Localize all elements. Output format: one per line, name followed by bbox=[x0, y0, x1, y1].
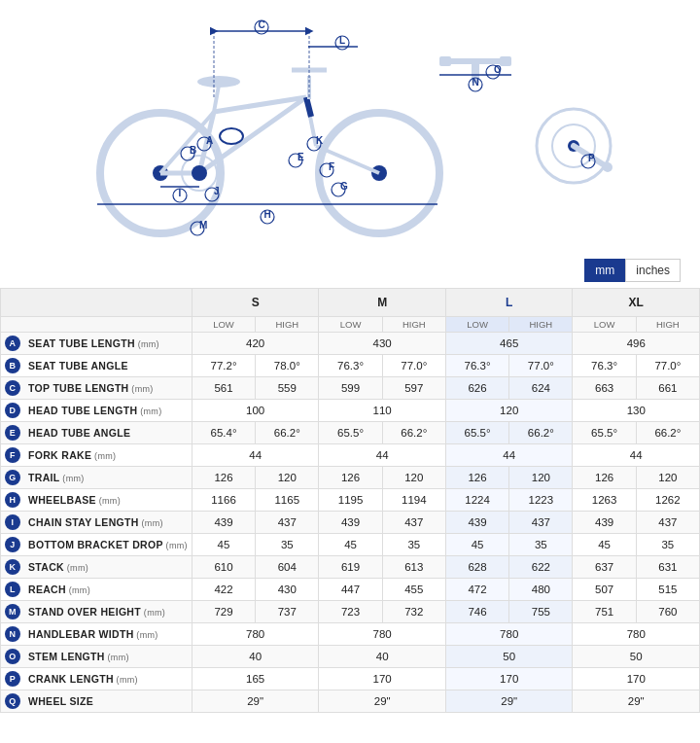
row-label-q: QWHEEL SIZE bbox=[1, 690, 192, 713]
row-c-xl-high: 661 bbox=[636, 377, 699, 400]
row-k-m-high: 613 bbox=[382, 556, 445, 579]
row-j-m-high: 35 bbox=[382, 534, 445, 556]
row-k-m-low: 619 bbox=[319, 556, 382, 579]
row-f-xl-low: 44 bbox=[573, 444, 700, 467]
row-j-m-low: 45 bbox=[319, 534, 382, 556]
row-p-s-low: 165 bbox=[192, 668, 319, 690]
row-d-l-low: 120 bbox=[445, 400, 573, 422]
row-i-m-low: 439 bbox=[319, 512, 382, 534]
inches-button[interactable]: inches bbox=[625, 259, 681, 282]
svg-rect-53 bbox=[439, 56, 451, 66]
row-n-xl-low: 780 bbox=[573, 623, 700, 646]
row-j-l-low: 45 bbox=[445, 534, 508, 556]
row-g-m-low: 126 bbox=[319, 467, 382, 489]
row-a-l-low: 465 bbox=[445, 333, 573, 355]
row-k-xl-low: 637 bbox=[573, 556, 636, 579]
row-p-l-low: 170 bbox=[445, 668, 573, 690]
row-d-m-low: 110 bbox=[319, 400, 446, 422]
row-c-s-low: 561 bbox=[192, 377, 255, 400]
row-c-m-low: 599 bbox=[319, 377, 382, 400]
row-b-xl-high: 77.0° bbox=[636, 355, 699, 377]
row-letter-q: Q bbox=[5, 693, 20, 709]
row-letter-b: B bbox=[5, 358, 20, 373]
row-k-xl-high: 631 bbox=[636, 556, 699, 579]
row-letter-k: K bbox=[5, 559, 20, 575]
row-l-xl-high: 515 bbox=[636, 579, 699, 601]
size-s-header: S bbox=[192, 289, 319, 317]
svg-point-14 bbox=[197, 76, 240, 88]
row-b-l-high: 77.0° bbox=[509, 355, 573, 377]
row-o-s-low: 40 bbox=[192, 646, 319, 668]
row-letter-n: N bbox=[5, 626, 20, 642]
row-e-l-low: 65.5° bbox=[445, 422, 508, 444]
row-letter-c: C bbox=[5, 380, 20, 396]
row-l-xl-low: 507 bbox=[573, 579, 636, 601]
svg-point-17 bbox=[192, 165, 207, 181]
row-h-m-high: 1194 bbox=[382, 489, 445, 512]
row-i-xl-high: 437 bbox=[636, 512, 699, 534]
row-g-m-high: 120 bbox=[382, 467, 445, 489]
row-g-xl-low: 126 bbox=[573, 467, 636, 489]
row-e-xl-high: 66.2° bbox=[636, 422, 699, 444]
row-m-xl-low: 751 bbox=[573, 601, 636, 623]
row-g-xl-high: 120 bbox=[636, 467, 699, 489]
row-i-s-high: 437 bbox=[256, 512, 319, 534]
size-l-header: L bbox=[445, 289, 573, 317]
row-label-p: PCRANK LENGTH (mm) bbox=[1, 668, 192, 690]
row-g-s-high: 120 bbox=[256, 467, 319, 489]
svg-rect-54 bbox=[500, 56, 511, 66]
row-f-s-low: 44 bbox=[192, 444, 319, 467]
unit-toggle-area: mm inches bbox=[0, 253, 700, 288]
row-o-m-low: 40 bbox=[319, 646, 446, 668]
row-h-s-high: 1165 bbox=[256, 489, 319, 512]
row-g-l-low: 126 bbox=[445, 467, 508, 489]
row-j-xl-high: 35 bbox=[636, 534, 699, 556]
row-h-l-low: 1224 bbox=[445, 489, 508, 512]
row-letter-o: O bbox=[5, 649, 20, 664]
row-g-l-high: 120 bbox=[509, 467, 573, 489]
row-b-m-low: 76.3° bbox=[319, 355, 382, 377]
bike-diagram-area: C L I H B A K E F bbox=[0, 0, 700, 253]
bike-diagram: C L I H B A K E F bbox=[19, 10, 681, 243]
row-m-s-low: 729 bbox=[192, 601, 255, 623]
row-letter-j: J bbox=[5, 537, 20, 552]
row-label-l: LREACH (mm) bbox=[1, 579, 192, 601]
row-q-m-low: 29" bbox=[319, 690, 446, 713]
row-q-s-low: 29" bbox=[192, 690, 319, 713]
row-m-l-high: 755 bbox=[509, 601, 573, 623]
row-q-l-low: 29" bbox=[445, 690, 573, 713]
row-letter-a: A bbox=[5, 336, 20, 351]
row-b-xl-low: 76.3° bbox=[573, 355, 636, 377]
row-l-l-high: 480 bbox=[509, 579, 573, 601]
row-g-s-low: 126 bbox=[192, 467, 255, 489]
row-letter-h: H bbox=[5, 492, 20, 508]
row-l-s-high: 430 bbox=[256, 579, 319, 601]
row-e-s-high: 66.2° bbox=[256, 422, 319, 444]
row-label-k: KSTACK (mm) bbox=[1, 556, 192, 579]
row-l-l-low: 472 bbox=[445, 579, 508, 601]
row-b-m-high: 77.0° bbox=[382, 355, 445, 377]
row-label-b: BSEAT TUBE ANGLE bbox=[1, 355, 192, 377]
row-h-xl-low: 1263 bbox=[573, 489, 636, 512]
row-p-m-low: 170 bbox=[319, 668, 446, 690]
row-m-m-high: 732 bbox=[382, 601, 445, 623]
row-j-l-high: 35 bbox=[509, 534, 573, 556]
row-n-l-low: 780 bbox=[445, 623, 573, 646]
spec-table: S M L XL LOW HIGH LOW HIGH LOW HIGH LOW … bbox=[0, 288, 700, 713]
row-label-n: NHANDLEBAR WIDTH (mm) bbox=[1, 623, 192, 646]
row-letter-m: M bbox=[5, 604, 20, 619]
row-b-s-low: 77.2° bbox=[192, 355, 255, 377]
row-m-m-low: 723 bbox=[319, 601, 382, 623]
row-label-i: ICHAIN STAY LENGTH (mm) bbox=[1, 512, 192, 534]
row-h-l-high: 1223 bbox=[509, 489, 573, 512]
row-label-e: EHEAD TUBE ANGLE bbox=[1, 422, 192, 444]
row-letter-p: P bbox=[5, 671, 20, 687]
row-j-s-low: 45 bbox=[192, 534, 255, 556]
mm-button[interactable]: mm bbox=[584, 259, 625, 282]
row-label-c: CTOP TUBE LENGTH (mm) bbox=[1, 377, 192, 400]
row-o-l-low: 50 bbox=[445, 646, 573, 668]
row-d-s-low: 100 bbox=[192, 400, 319, 422]
row-f-l-low: 44 bbox=[445, 444, 573, 467]
row-i-l-low: 439 bbox=[445, 512, 508, 534]
row-k-s-high: 604 bbox=[256, 556, 319, 579]
